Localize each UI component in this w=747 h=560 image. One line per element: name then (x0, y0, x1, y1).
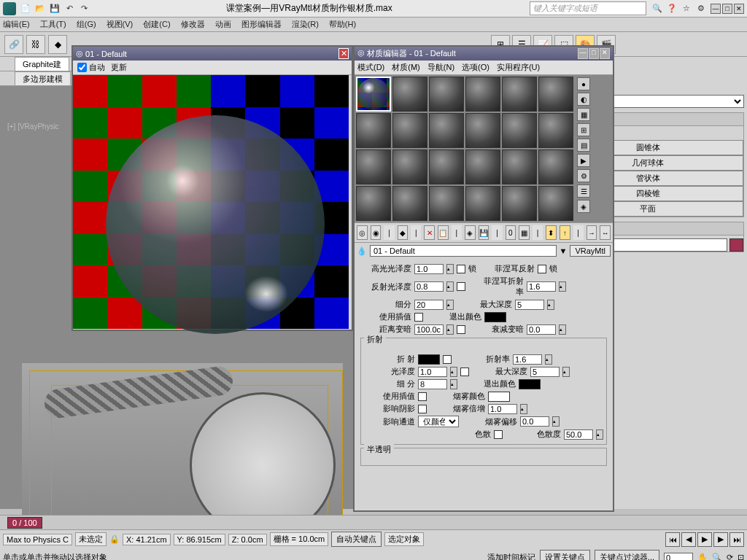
prev-frame-icon[interactable]: ◀ (681, 532, 696, 547)
fresior-spinner[interactable] (527, 281, 556, 292)
unlink-icon[interactable]: ⛓ (26, 35, 45, 54)
next-frame-icon[interactable]: ▶ (713, 532, 728, 547)
gear-icon[interactable]: ⚙ (696, 4, 706, 14)
goto-end-icon[interactable]: ⏭ (729, 532, 744, 547)
me-menu-mode[interactable]: 模式(D) (357, 62, 384, 73)
menu-group[interactable]: 组(G) (77, 19, 96, 30)
tab-graphite[interactable]: Graphite建 (15, 57, 69, 71)
make-unique-icon[interactable]: ◈ (465, 225, 476, 240)
refract-swatch[interactable] (418, 354, 440, 365)
me-min-button[interactable]: — (578, 48, 588, 59)
rsubdiv-spinner[interactable] (418, 379, 447, 389)
assign-icon[interactable]: ◆ (398, 225, 409, 240)
coord-y[interactable]: Y: 86.915cm (174, 534, 225, 545)
me-menu-navigate[interactable]: 导航(N) (427, 62, 454, 73)
put-library-icon[interactable]: 💾 (479, 225, 489, 240)
slot-5[interactable] (502, 77, 537, 112)
slot-22[interactable] (465, 186, 500, 221)
reset-icon[interactable]: ✕ (424, 225, 435, 240)
coord-z[interactable]: Z: 0.0cm (228, 534, 267, 545)
get-material-icon[interactable]: ◎ (357, 225, 368, 240)
rgloss-spinner[interactable] (418, 367, 447, 377)
slot-13[interactable] (356, 149, 391, 184)
slot-7[interactable] (356, 113, 391, 148)
open-icon[interactable]: 📂 (35, 4, 45, 14)
slot-9[interactable] (429, 113, 464, 148)
object-color-swatch[interactable] (729, 238, 743, 252)
slot-21[interactable] (429, 186, 464, 221)
goto-start-icon[interactable]: ⏮ (665, 532, 680, 547)
pan-icon[interactable]: ✋ (697, 553, 708, 560)
go-sibling-icon[interactable]: ↔ (600, 225, 611, 240)
viewport-label[interactable]: [+] [VRayPhysic (7, 122, 59, 131)
slot-11[interactable] (502, 113, 537, 148)
slot-14[interactable] (392, 149, 427, 184)
material-map-icon[interactable]: ◈ (577, 200, 590, 213)
menu-graph[interactable]: 图形编辑器 (241, 19, 282, 30)
me-menu-options[interactable]: 选项(O) (462, 62, 489, 73)
auto-checkbox[interactable]: 自动 (77, 62, 105, 73)
bind-icon[interactable]: ◆ (48, 35, 67, 54)
sample-uv-icon[interactable]: ⊞ (577, 123, 590, 136)
slot-2[interactable] (392, 77, 427, 112)
maximize-button[interactable]: □ (722, 4, 732, 14)
zoom-icon[interactable]: 🔍 (712, 553, 722, 560)
maximize-vp-icon[interactable]: ⊡ (738, 553, 744, 560)
show-map-icon[interactable]: ▦ (519, 225, 530, 240)
slot-8[interactable] (392, 113, 427, 148)
matid-icon[interactable]: 0 (506, 225, 516, 240)
help-icon[interactable]: ❓ (667, 4, 677, 14)
link-icon[interactable]: 🔗 (4, 35, 23, 54)
menu-create[interactable]: 创建(C) (143, 19, 170, 30)
binoculars-icon[interactable]: 🔍 (652, 4, 662, 14)
backlight-icon[interactable]: ◐ (577, 93, 590, 106)
star-icon[interactable]: ☆ (681, 4, 692, 14)
sel-obj-dropdown[interactable]: 选定对象 (384, 532, 424, 546)
rmaxd-spinner[interactable] (530, 367, 560, 377)
menu-edit[interactable]: 编辑(E) (3, 19, 30, 30)
slot-20[interactable] (392, 186, 427, 221)
make-preview-icon[interactable]: ▶ (577, 154, 590, 167)
frame-spinner[interactable] (664, 553, 693, 561)
slot-23[interactable] (502, 186, 537, 221)
slot-6[interactable] (538, 77, 573, 112)
fresnel-check[interactable] (538, 265, 546, 273)
menu-render[interactable]: 渲染(R) (292, 19, 319, 30)
slot-4[interactable] (465, 77, 500, 112)
video-check-icon[interactable]: ▤ (577, 139, 590, 152)
redo-icon[interactable]: ↷ (79, 4, 89, 14)
slot-16[interactable] (465, 149, 500, 184)
put-to-scene-icon[interactable]: ◉ (371, 225, 382, 240)
subdiv-spinner[interactable] (414, 300, 444, 310)
material-name-input[interactable]: 01 - Default (370, 245, 557, 257)
reflgloss-spinner[interactable] (414, 281, 444, 292)
fogb-spinner[interactable] (520, 416, 549, 427)
slot-15[interactable] (429, 149, 464, 184)
tab-polymodel[interactable]: 多边形建模 (15, 71, 71, 85)
menu-tools[interactable]: 工具(T) (40, 19, 66, 30)
show-end-result-icon[interactable]: ⬍ (546, 225, 557, 240)
slot-18[interactable] (538, 149, 573, 184)
exit-color-swatch[interactable] (484, 312, 506, 322)
slot-17[interactable] (502, 149, 537, 184)
dimdist-spinner[interactable] (414, 324, 444, 335)
preview-close-button[interactable]: ✕ (338, 48, 349, 59)
autokey-button[interactable]: 自动关键点 (331, 532, 382, 547)
go-parent-icon[interactable]: ↑ (560, 225, 570, 240)
undo-icon[interactable]: ↶ (64, 4, 74, 14)
me-close-button[interactable]: ✕ (600, 48, 610, 59)
material-type-button[interactable]: VRayMtl (570, 245, 611, 257)
hilight-spinner[interactable] (414, 264, 444, 274)
slot-3[interactable] (429, 77, 464, 112)
keyfilter-button[interactable]: 关键点过滤器... (595, 550, 659, 560)
options-icon[interactable]: ⚙ (577, 169, 590, 182)
eyedropper-icon[interactable]: 💧 (357, 246, 367, 256)
addtime-label[interactable]: 添加时间标记 (487, 552, 535, 560)
slot-12[interactable] (538, 113, 573, 148)
menu-help[interactable]: 帮助(H) (329, 19, 356, 30)
dimfall-spinner[interactable] (527, 324, 556, 335)
setkey-button[interactable]: 设置关键点 (540, 550, 590, 560)
select-by-mat-icon[interactable]: ☰ (577, 184, 590, 198)
rexit-swatch[interactable] (519, 379, 541, 389)
sample-type-icon[interactable]: ● (577, 77, 590, 90)
